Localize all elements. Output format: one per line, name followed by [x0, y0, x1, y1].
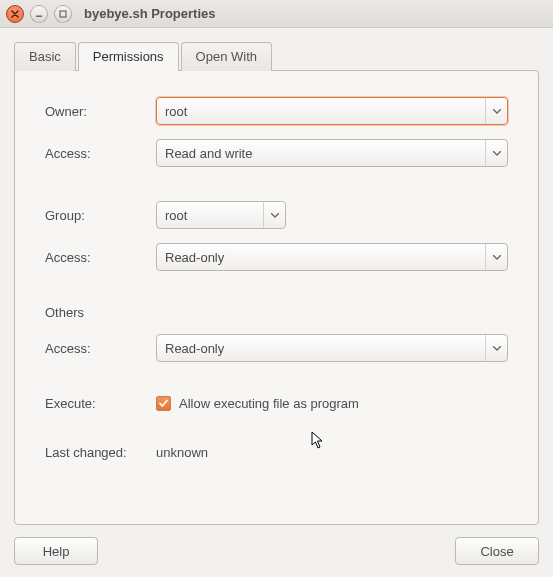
lastchanged-value: unknown: [156, 445, 508, 460]
owner-combobox[interactable]: root: [156, 97, 508, 125]
chevron-down-icon: [485, 98, 503, 124]
window-maximize-button[interactable]: [54, 5, 72, 23]
chevron-down-icon: [263, 202, 281, 228]
group-access-label: Access:: [45, 250, 150, 265]
svg-rect-0: [36, 15, 42, 17]
tab-basic[interactable]: Basic: [14, 42, 76, 71]
others-access-value: Read-only: [165, 341, 224, 356]
others-label: Others: [45, 305, 150, 320]
owner-value: root: [165, 104, 187, 119]
window-close-button[interactable]: [6, 5, 24, 23]
tab-permissions[interactable]: Permissions: [78, 42, 179, 71]
group-combobox[interactable]: root: [156, 201, 286, 229]
execute-checkbox-label: Allow executing file as program: [179, 396, 359, 411]
tab-openwith[interactable]: Open With: [181, 42, 272, 71]
others-access-label: Access:: [45, 341, 150, 356]
chevron-down-icon: [485, 244, 503, 270]
group-value: root: [165, 208, 187, 223]
window-minimize-button[interactable]: [30, 5, 48, 23]
lastchanged-label: Last changed:: [45, 445, 150, 460]
group-label: Group:: [45, 208, 150, 223]
tabstrip: Basic Permissions Open With: [14, 42, 539, 71]
chevron-down-icon: [485, 335, 503, 361]
titlebar: byebye.sh Properties: [0, 0, 553, 28]
window-title: byebye.sh Properties: [84, 6, 216, 21]
chevron-down-icon: [485, 140, 503, 166]
execute-checkbox[interactable]: [156, 396, 171, 411]
close-button[interactable]: Close: [455, 537, 539, 565]
svg-rect-1: [60, 11, 66, 17]
owner-access-label: Access:: [45, 146, 150, 161]
tab-panel-permissions: Owner: root Access: Read and write Group…: [14, 70, 539, 525]
group-access-value: Read-only: [165, 250, 224, 265]
execute-label: Execute:: [45, 396, 150, 411]
owner-label: Owner:: [45, 104, 150, 119]
group-access-combobox[interactable]: Read-only: [156, 243, 508, 271]
owner-access-combobox[interactable]: Read and write: [156, 139, 508, 167]
owner-access-value: Read and write: [165, 146, 252, 161]
others-access-combobox[interactable]: Read-only: [156, 334, 508, 362]
help-button[interactable]: Help: [14, 537, 98, 565]
